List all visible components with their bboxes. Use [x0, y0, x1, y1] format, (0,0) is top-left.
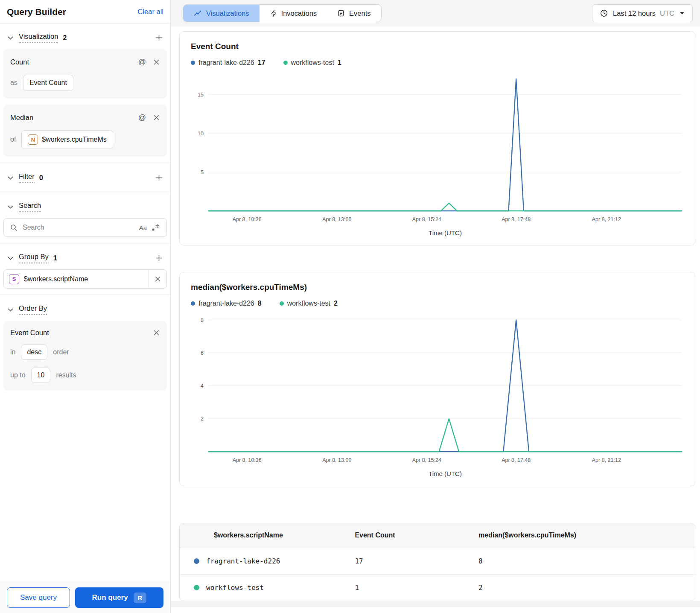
- remove-visualization-button[interactable]: [153, 114, 160, 121]
- chart-plot-0[interactable]: 51015Apr 8, 10:36Apr 8, 13:00Apr 8, 15:2…: [191, 70, 684, 239]
- median-chart-card: median($workers.cpuTimeMs) fragrant-lake…: [179, 272, 695, 486]
- chart-title: Event Count: [191, 42, 684, 51]
- results-table: $workers.scriptNameEvent Countmedian($wo…: [180, 523, 695, 601]
- at-mention-icon[interactable]: @: [137, 57, 147, 67]
- clear-all-link[interactable]: Clear all: [137, 8, 163, 16]
- time-range-selector[interactable]: Last 12 hours UTC: [592, 4, 693, 22]
- add-filter-button[interactable]: [155, 173, 163, 182]
- chevron-down-icon[interactable]: [7, 35, 14, 41]
- tab-events[interactable]: Events: [327, 5, 381, 22]
- svg-text:Apr 8, 10:36: Apr 8, 10:36: [233, 216, 262, 222]
- tab-invocations[interactable]: Invocations: [260, 5, 327, 22]
- table-row[interactable]: fragrant-lake-d226178: [180, 548, 695, 574]
- field-selector[interactable]: N $workers.cpuTimeMs: [21, 130, 113, 149]
- tab-label: Events: [349, 9, 370, 18]
- legend-series-name: fragrant-lake-d226: [198, 300, 254, 307]
- visualization-section-label: Visualization: [19, 32, 58, 43]
- divider: [0, 295, 170, 295]
- table-row[interactable]: workflows-test12: [180, 574, 695, 601]
- svg-text:15: 15: [198, 92, 204, 98]
- visualization-card-count: Count @ as Event Count: [3, 49, 167, 99]
- chart-plot-area: 51015Apr 8, 10:36Apr 8, 13:00Apr 8, 15:2…: [191, 70, 684, 239]
- of-label: of: [10, 136, 16, 143]
- filter-section-header: Filter 0: [0, 166, 170, 188]
- chevron-down-icon[interactable]: [7, 307, 14, 312]
- legend-item[interactable]: fragrant-lake-d2268: [191, 300, 262, 307]
- svg-text:Time (UTC): Time (UTC): [429, 229, 462, 236]
- legend-item[interactable]: fragrant-lake-d22617: [191, 59, 265, 67]
- chart-title: median($workers.cpuTimeMs): [191, 283, 684, 292]
- remove-visualization-button[interactable]: [153, 58, 160, 66]
- result-limit-input[interactable]: 10: [31, 368, 51, 383]
- clock-icon: [599, 9, 609, 18]
- visualization-card-median: Median @ of N $workers.cpuTimeMs: [3, 105, 167, 157]
- chart-plot-area: 2468Apr 8, 10:36Apr 8, 13:00Apr 8, 15:24…: [191, 311, 684, 480]
- chevron-down-icon[interactable]: [7, 175, 14, 181]
- results-label: results: [56, 371, 76, 379]
- caret-down-icon: [679, 11, 685, 16]
- regex-toggle-icon[interactable]: [151, 223, 161, 232]
- results-table-card: $workers.scriptNameEvent Countmedian($wo…: [179, 523, 695, 601]
- divider: [0, 243, 170, 243]
- sort-direction-select[interactable]: desc: [21, 344, 47, 360]
- add-visualization-button[interactable]: [155, 33, 163, 42]
- svg-text:Time (UTC): Time (UTC): [429, 470, 462, 477]
- events-icon: [337, 9, 345, 18]
- search-input[interactable]: [23, 224, 135, 231]
- main-panel: VisualizationsInvocationsEvents Last 12 …: [171, 0, 700, 613]
- svg-text:Apr 8, 17:48: Apr 8, 17:48: [502, 216, 531, 222]
- up-to-label: up to: [10, 371, 26, 379]
- order-by-card: Event Count in desc order up to 10 resul…: [3, 321, 167, 391]
- filter-count: 0: [39, 174, 43, 182]
- filter-section-label: Filter: [19, 172, 35, 183]
- alias-field[interactable]: Event Count: [23, 75, 73, 91]
- bolt-icon: [270, 9, 277, 18]
- svg-text:Apr 8, 13:00: Apr 8, 13:00: [322, 457, 351, 463]
- time-range-label: Last 12 hours: [613, 9, 656, 18]
- remove-order-by-button[interactable]: [153, 329, 160, 336]
- legend-series-value: 1: [338, 59, 341, 67]
- divider: [0, 192, 170, 192]
- remove-group-by-button[interactable]: [149, 270, 166, 288]
- add-group-by-button[interactable]: [155, 254, 163, 263]
- bottom-strip: [171, 601, 700, 607]
- content-area: Event Count fragrant-lake-d22617workflow…: [171, 26, 700, 613]
- table-cell-value: 17: [355, 548, 478, 574]
- svg-text:Apr 8, 21:12: Apr 8, 21:12: [592, 457, 621, 463]
- search-box: Aa: [3, 218, 167, 237]
- chevron-down-icon[interactable]: [7, 204, 14, 210]
- legend-series-value: 17: [258, 59, 265, 67]
- legend-dot: [283, 61, 288, 65]
- visualization-section-header: Visualization 2: [0, 26, 170, 48]
- visualization-card-title: Count: [10, 58, 137, 66]
- tab-label: Invocations: [281, 9, 317, 18]
- run-query-label: Run query: [92, 593, 128, 602]
- visualization-count: 2: [63, 34, 67, 42]
- table-header-2: Event Count: [355, 523, 478, 548]
- order-by-section-header: Order By: [0, 298, 170, 320]
- chart-legend: fragrant-lake-d22617workflows-test1: [191, 59, 684, 67]
- chart-plot-1[interactable]: 2468Apr 8, 10:36Apr 8, 13:00Apr 8, 15:24…: [191, 311, 684, 480]
- search-icon: [9, 223, 18, 232]
- visualization-card-title: Median: [10, 114, 137, 122]
- chevron-down-icon[interactable]: [7, 256, 14, 261]
- tab-visualizations[interactable]: Visualizations: [183, 5, 260, 22]
- series-color-dot: [194, 558, 199, 564]
- svg-text:8: 8: [201, 317, 204, 323]
- at-mention-icon[interactable]: @: [137, 112, 147, 123]
- legend-dot: [191, 301, 195, 306]
- run-shortcut-key: R: [134, 593, 147, 603]
- group-by-item[interactable]: S $workers.scriptName: [3, 269, 167, 289]
- group-by-count: 1: [53, 254, 57, 262]
- save-query-button[interactable]: Save query: [7, 587, 70, 608]
- order-label: order: [53, 348, 69, 356]
- svg-text:2: 2: [201, 416, 204, 422]
- table-header-row: $workers.scriptNameEvent Countmedian($wo…: [180, 523, 695, 548]
- view-tabs: VisualizationsInvocationsEvents: [183, 4, 382, 22]
- match-case-toggle[interactable]: Aa: [139, 224, 147, 231]
- run-query-button[interactable]: Run query R: [75, 587, 163, 608]
- query-builder-sidebar: Query Builder Clear all Visualization 2 …: [0, 0, 171, 613]
- table-cell-value: 1: [355, 574, 478, 601]
- legend-item[interactable]: workflows-test2: [280, 300, 338, 307]
- legend-item[interactable]: workflows-test1: [283, 59, 341, 67]
